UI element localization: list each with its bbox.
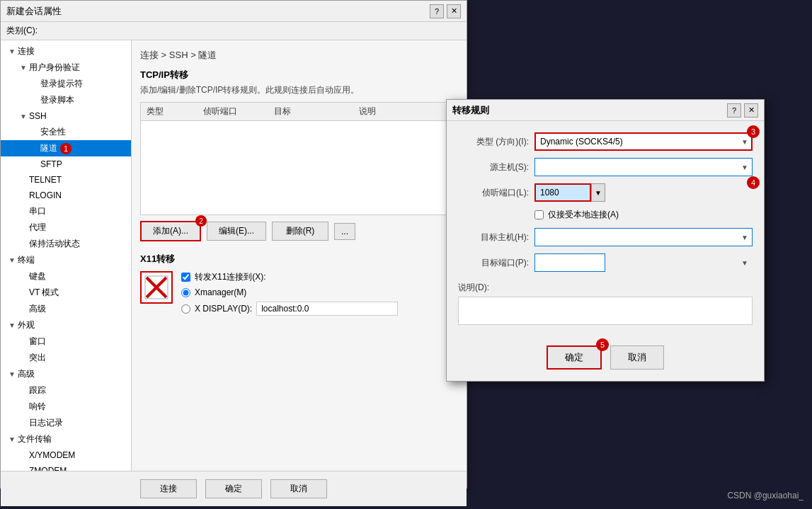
tree-label-keepalive: 保持活动状态: [29, 238, 80, 250]
desc-label: 说明(D):: [458, 282, 753, 294]
type-select[interactable]: Local Remote Dynamic (SOCKS4/5): [534, 132, 753, 151]
expand-icon-file-transfer: ▼: [6, 434, 18, 445]
close-button[interactable]: ✕: [447, 4, 461, 18]
tree-item-zmodem[interactable]: ZMODEM: [1, 463, 131, 471]
tree-item-bell[interactable]: 响铃: [1, 399, 131, 415]
dest-host-select[interactable]: [534, 228, 753, 246]
tree-item-file-transfer[interactable]: ▼ 文件传输: [1, 431, 131, 447]
edit-button[interactable]: 编辑(E)...: [207, 222, 266, 241]
connect-button[interactable]: 连接: [140, 479, 197, 498]
spacer-vt: [18, 287, 29, 299]
dialog-bottom: 连接 确定 取消: [1, 471, 467, 506]
more-button[interactable]: ...: [334, 223, 355, 240]
x11-display-input[interactable]: [256, 302, 398, 316]
tree-item-serial[interactable]: 串口: [1, 203, 131, 219]
dest-host-wrapper: ▼: [534, 228, 753, 246]
expand-icon-advanced2: ▼: [6, 369, 18, 380]
spacer-proxy: [18, 222, 29, 234]
tree-label-advanced1: 高级: [29, 303, 46, 315]
main-panel: 连接 > SSH > 隧道 TCP/IP转移 添加/编辑/删除TCP/IP转移规…: [132, 40, 467, 471]
tree-item-window[interactable]: 窗口: [1, 333, 131, 350]
tree-item-appearance[interactable]: ▼ 外观: [1, 317, 131, 333]
add-badge: 2: [195, 215, 207, 227]
tree-item-xymodem[interactable]: X/YMODEM: [1, 447, 131, 463]
spacer-window: [18, 336, 29, 348]
tunnel-titlebar: 转移规则 ? ✕: [447, 100, 764, 121]
tunnel-ok-button[interactable]: 确定: [547, 345, 602, 370]
tree-item-sftp[interactable]: SFTP: [1, 156, 131, 172]
breadcrumb: 连接 > SSH > 隧道: [140, 49, 458, 62]
tree-label-trace: 跟踪: [29, 384, 46, 396]
source-host-label: 源主机(S):: [458, 161, 529, 173]
tree-item-login-script[interactable]: 登录脚本: [1, 92, 131, 108]
tree-label-highlight: 突出: [29, 352, 46, 364]
tree-label-logging: 日志记录: [29, 417, 63, 429]
tree-item-trace[interactable]: 跟踪: [1, 382, 131, 399]
tree-label-xymodem: X/YMODEM: [29, 450, 75, 460]
x11-xmanager-radio[interactable]: [181, 288, 190, 297]
tree-item-highlight[interactable]: 突出: [1, 350, 131, 366]
tree-item-logging[interactable]: 日志记录: [1, 415, 131, 431]
tree-label-connect: 连接: [18, 45, 35, 57]
tree-item-tunnel[interactable]: 隧道 1: [1, 140, 131, 156]
x11-display-row: X DISPLAY(D):: [181, 302, 398, 316]
tree-item-keyboard[interactable]: 键盘: [1, 268, 131, 285]
tree-item-connect[interactable]: ▼ 连接: [1, 43, 131, 59]
type-badge: 3: [747, 125, 760, 138]
x11-radio1-row: Xmanager(M): [181, 287, 398, 297]
spacer-trace: [18, 385, 29, 396]
spacer-telnet: [18, 174, 29, 185]
x11-content: 转发X11连接到(X): Xmanager(M) X DISPLAY(D):: [140, 271, 458, 316]
tree-item-proxy[interactable]: 代理: [1, 219, 131, 236]
spacer-zmodem: [18, 465, 29, 471]
dest-port-arrow: ▼: [741, 259, 748, 267]
tunnel-footer: 确定 5 取消: [447, 338, 764, 381]
tree-label-tunnel: 隧道: [40, 142, 57, 154]
action-buttons: 添加(A)... 2 编辑(E)... 删除(R) ...: [140, 221, 458, 241]
tree-item-security[interactable]: 安全性: [1, 124, 131, 140]
x11-icon: [140, 271, 173, 304]
tree-item-ssh[interactable]: ▼ SSH: [1, 108, 131, 124]
port-input-group: ▼: [534, 183, 605, 202]
dest-port-select[interactable]: [534, 253, 605, 272]
desc-input[interactable]: [458, 297, 753, 325]
local-only-checkbox[interactable]: [534, 210, 544, 219]
tree-item-keepalive[interactable]: 保持活动状态: [1, 236, 131, 252]
tree-item-vt-mode[interactable]: VT 模式: [1, 285, 131, 301]
tree-label-advanced2: 高级: [18, 368, 35, 380]
x11-title: X11转移: [140, 253, 458, 265]
tunnel-help-button[interactable]: ?: [727, 103, 741, 118]
expand-icon-terminal: ▼: [6, 255, 18, 266]
help-button[interactable]: ?: [430, 4, 444, 18]
type-form-row: 类型 (方向)(I): Local Remote Dynamic (SOCKS4…: [458, 132, 753, 151]
tree-item-user-auth[interactable]: ▼ 用户身份验证: [1, 59, 131, 76]
dest-host-label: 目标主机(H):: [458, 231, 529, 244]
x11-display-radio[interactable]: [181, 304, 190, 314]
tunnel-cancel-button[interactable]: 取消: [610, 345, 664, 370]
x11-forward-checkbox[interactable]: [181, 273, 190, 282]
ok-button[interactable]: 确定: [205, 479, 262, 498]
listen-port-input[interactable]: [534, 183, 591, 202]
delete-button[interactable]: 删除(R): [272, 222, 328, 241]
tree-label-keyboard: 键盘: [29, 270, 46, 282]
source-host-select[interactable]: [534, 158, 753, 176]
tree-item-rlogin[interactable]: RLOGIN: [1, 188, 131, 203]
expand-icon-ssh: ▼: [18, 110, 29, 122]
tree-item-telnet[interactable]: TELNET: [1, 172, 131, 188]
tree-item-advanced1[interactable]: 高级: [1, 301, 131, 317]
tree-label-security: 安全性: [40, 126, 66, 138]
col-desc: 说明: [359, 105, 452, 118]
add-button[interactable]: 添加(A)...: [140, 221, 201, 241]
tunnel-close-button[interactable]: ✕: [744, 103, 758, 118]
col-type: 类型: [147, 105, 203, 118]
spacer-rlogin: [18, 190, 29, 201]
port-dropdown-button[interactable]: ▼: [591, 183, 605, 202]
tree-label-ssh: SSH: [29, 111, 47, 121]
tree-item-login-prompt[interactable]: 登录提示符: [1, 76, 131, 92]
main-titlebar: 新建会话属性 ? ✕: [1, 1, 467, 22]
cancel-button[interactable]: 取消: [270, 479, 327, 498]
tree-label-rlogin: RLOGIN: [29, 190, 62, 200]
tree-item-terminal[interactable]: ▼ 终端: [1, 252, 131, 268]
tree-item-advanced2[interactable]: ▼ 高级: [1, 366, 131, 382]
add-button-wrapper: 添加(A)... 2: [140, 221, 201, 241]
